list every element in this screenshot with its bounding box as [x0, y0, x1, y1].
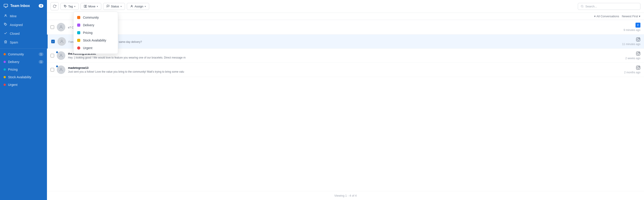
unread-dot: [56, 65, 58, 67]
svg-rect-0: [4, 4, 8, 7]
conv-2-preview: f sneakers as a gift by today. Do you of…: [69, 40, 620, 44]
conv-3-name: the.running.bracelet: [68, 52, 623, 55]
conv-1-content: e? Can't wait!: [68, 25, 621, 29]
viewing-count: Viewing 1 - 4 of 4: [334, 194, 357, 197]
conversation-item[interactable]: madetogrow13 Just sent you a follow! Lov…: [47, 63, 644, 77]
refresh-button[interactable]: [50, 2, 58, 10]
conv-3-meta: 2 weeks ago: [626, 51, 640, 60]
list-footer: Viewing 1 - 4 of 4: [47, 191, 644, 200]
conversation-item[interactable]: the.running.bracelet Hey :) looking good…: [47, 49, 644, 63]
svg-rect-20: [636, 66, 640, 70]
svg-point-3: [64, 6, 65, 6]
dropdown-item-urgent[interactable]: Urgent: [74, 44, 118, 52]
search-box: [578, 3, 640, 10]
conv-2-avatar: [58, 37, 66, 46]
all-conversations-filter[interactable]: ▾ All Conversations: [594, 15, 619, 18]
sidebar-divider: [0, 48, 47, 49]
community-dropdown-dot: [77, 16, 80, 19]
sidebar-item-community[interactable]: Community 1: [0, 50, 47, 58]
conv-1-avatar: [57, 23, 65, 31]
sidebar-item-spam[interactable]: Spam: [0, 38, 47, 47]
conv-3-checkbox[interactable]: [50, 54, 54, 57]
conv-4-checkbox[interactable]: [50, 68, 54, 71]
toolbar: Tag ▾ Move ▾ Status ▾ Assign ▾: [47, 0, 644, 13]
refresh-icon: [53, 5, 56, 8]
dropdown-item-community[interactable]: Community: [74, 14, 118, 21]
sidebar-title: Team Inbox: [10, 4, 30, 8]
sidebar-item-stock[interactable]: Stock Availability: [0, 73, 47, 81]
conversation-list: e? Can't wait! f 9 minutes ago ✓ f sneak…: [47, 20, 644, 191]
dropdown-item-delivery[interactable]: Delivery: [74, 21, 118, 29]
status-chevron-icon: ▾: [120, 5, 122, 8]
sidebar-item-mine-label: Mine: [10, 14, 16, 18]
sidebar-item-pricing[interactable]: Pricing: [0, 66, 47, 73]
tag-icon: [4, 23, 8, 27]
status-button-icon: [106, 5, 110, 8]
conv-2-checkbox[interactable]: ✓: [51, 40, 55, 43]
sidebar-item-urgent[interactable]: Urgent: [0, 81, 47, 88]
urgent-dropdown-label: Urgent: [83, 46, 92, 50]
sidebar-item-delivery[interactable]: Delivery 1: [0, 58, 47, 66]
svg-rect-16: [636, 52, 640, 56]
person-icon: [4, 14, 8, 18]
community-dot: [4, 53, 6, 55]
check-icon: [4, 31, 8, 36]
dropdown-item-stock[interactable]: Stock Availability: [74, 37, 118, 44]
assign-button-icon: [130, 5, 133, 8]
conv-2-meta: 11 minutes ago: [622, 37, 640, 46]
pricing-dot: [4, 68, 6, 71]
instagram-icon: [636, 37, 640, 42]
svg-point-18: [639, 52, 640, 53]
tag-button[interactable]: Tag ▾: [60, 3, 79, 10]
tag-button-icon: [64, 5, 67, 8]
conversation-item[interactable]: ✓ f sneakers as a gift by today. Do you …: [47, 35, 644, 49]
conv-3-time: 2 weeks ago: [626, 57, 640, 60]
svg-rect-5: [86, 5, 87, 8]
svg-point-15: [60, 54, 62, 56]
status-button-label: Status: [111, 5, 119, 8]
inbox-count-badge: 4: [39, 4, 44, 8]
sidebar-item-closed[interactable]: Closed: [0, 29, 47, 38]
search-icon: [581, 5, 584, 8]
conv-4-time: 2 months ago: [624, 71, 640, 74]
delivery-dropdown-dot: [77, 24, 80, 27]
conv-1-preview: e? Can't wait!: [68, 26, 621, 29]
move-button[interactable]: Move ▾: [80, 3, 101, 10]
svg-point-8: [581, 5, 583, 7]
assign-button[interactable]: Assign ▾: [127, 3, 149, 10]
svg-point-7: [131, 5, 132, 6]
conv-1-meta: f 9 minutes ago: [624, 23, 640, 32]
sidebar-item-mine[interactable]: Mine: [0, 12, 47, 20]
conv-3-avatar: [57, 51, 65, 60]
stock-dot: [4, 76, 6, 78]
instagram-icon: [636, 51, 640, 56]
dropdown-item-pricing[interactable]: Pricing: [74, 29, 118, 37]
svg-point-14: [639, 38, 640, 39]
conv-4-meta: 2 months ago: [624, 65, 640, 74]
urgent-dot: [4, 84, 6, 86]
all-conversations-label: All Conversations: [596, 15, 619, 18]
delivery-dropdown-label: Delivery: [83, 23, 94, 27]
conv-4-avatar: [57, 65, 65, 74]
svg-point-22: [639, 67, 640, 67]
conv-2-time: 11 minutes ago: [622, 43, 640, 46]
tag-button-label: Tag: [68, 5, 73, 8]
search-input[interactable]: [586, 5, 638, 8]
urgent-label: Urgent: [8, 83, 18, 86]
conv-1-checkbox[interactable]: [50, 25, 54, 29]
conversation-item[interactable]: e? Can't wait! f 9 minutes ago: [47, 20, 644, 35]
sort-chevron-icon: ▾: [639, 15, 640, 18]
newest-first-filter[interactable]: Newest First ▾: [622, 15, 640, 18]
newest-first-label: Newest First: [622, 15, 638, 18]
facebook-icon: f: [636, 23, 640, 28]
tag-dropdown: Community Delivery Pricing Stock Availab…: [73, 12, 118, 54]
sidebar-item-spam-label: Spam: [10, 41, 18, 44]
status-button[interactable]: Status ▾: [103, 3, 125, 10]
community-label: Community: [8, 52, 24, 56]
svg-point-1: [5, 15, 6, 16]
sidebar-item-assigned[interactable]: Assigned: [0, 20, 47, 29]
urgent-dropdown-dot: [77, 46, 80, 50]
conv-3-preview: Hey :) looking good ! We would love to f…: [68, 56, 623, 59]
svg-rect-12: [636, 38, 640, 42]
svg-rect-4: [84, 5, 85, 8]
